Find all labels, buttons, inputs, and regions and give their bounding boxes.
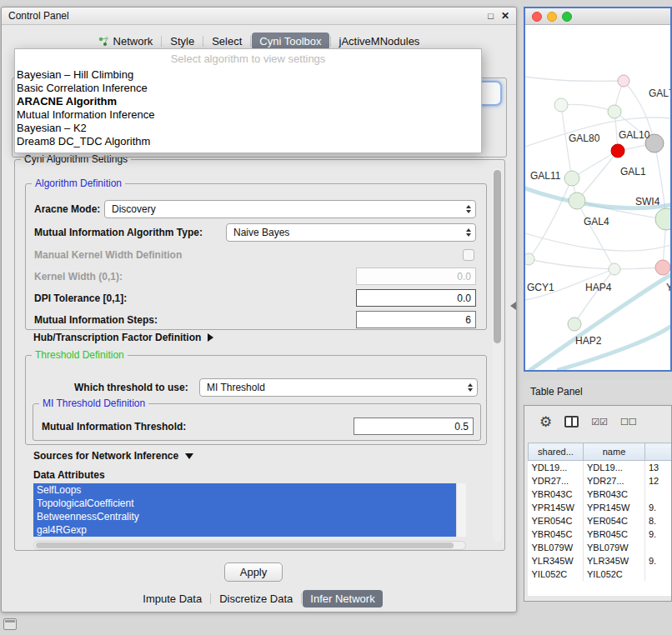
checked-pair-icon[interactable]: ☑☑: [591, 417, 608, 428]
apply-button[interactable]: Apply: [224, 562, 283, 582]
network-node-label: GAL10: [619, 129, 650, 141]
column-header[interactable]: name: [584, 443, 645, 461]
close-traffic-light-icon[interactable]: [532, 12, 542, 22]
minimize-traffic-light-icon[interactable]: [547, 12, 557, 22]
algorithm-option[interactable]: Bayesian – K2: [15, 122, 481, 135]
table-cell: 9.: [645, 528, 672, 541]
kernel-width-value: 0.0: [457, 271, 471, 282]
settings-scrollbar-thumb[interactable]: [494, 170, 501, 343]
attributes-vscrollbar[interactable]: [456, 483, 466, 537]
network-node[interactable]: [525, 253, 534, 265]
unchecked-pair-icon[interactable]: ☐☐: [620, 417, 637, 428]
table-cell: YPR145W: [529, 501, 584, 514]
bottom-tab-impute-data[interactable]: Impute Data: [135, 590, 209, 608]
network-canvas[interactable]: GAL7GAL80GAL10GAL11GAL1SWI4GAL4GCY1HAP4Y…: [525, 25, 670, 370]
mi-steps-field[interactable]: 6: [356, 311, 476, 328]
network-node[interactable]: [611, 144, 624, 158]
network-node[interactable]: [655, 260, 670, 275]
data-attribute-item[interactable]: gal4RGexp: [33, 523, 456, 537]
sources-toggle[interactable]: Sources for Network Inference: [33, 450, 193, 462]
control-panel-window: Control Panel □ ✕ NetworkStyleSelectCyni…: [1, 7, 517, 612]
tab-separator: [210, 593, 211, 604]
tab-label: Infer Network: [310, 592, 374, 605]
network-node-label: GCY1: [527, 282, 554, 293]
tab-label: Network: [113, 35, 153, 48]
bottom-tab-infer-network[interactable]: Infer Network: [303, 590, 382, 608]
table-row[interactable]: YBL079WYBL079W: [529, 541, 672, 554]
network-node-label: SWI4: [635, 196, 660, 208]
table-row[interactable]: YBR045CYBR045C9.: [529, 528, 672, 541]
algorithm-option[interactable]: Basic Correlation Inference: [15, 82, 481, 95]
manual-kernel-checkbox[interactable]: [463, 249, 474, 261]
tab-select[interactable]: Select: [204, 32, 249, 50]
table-row[interactable]: YBR043CYBR043C: [529, 488, 672, 501]
tab-label: Style: [170, 35, 194, 48]
column-layout-icon[interactable]: [564, 416, 579, 428]
algorithm-option[interactable]: Mutual Information Inference: [15, 108, 481, 122]
network-edge: [577, 201, 614, 269]
network-node[interactable]: [655, 208, 670, 230]
mi-type-select[interactable]: Naive Bayes: [226, 223, 476, 242]
mi-type-value: Naive Bayes: [233, 227, 289, 238]
panel-collapse-arrow-icon[interactable]: [510, 302, 516, 310]
data-attribute-item[interactable]: TopologicalCoefficient: [33, 497, 456, 510]
network-node[interactable]: [569, 192, 585, 209]
control-panel-tabs: NetworkStyleSelectCyni ToolboxjActiveMNo…: [2, 32, 516, 50]
settings-scrollbar[interactable]: [493, 168, 502, 542]
column-header[interactable]: shared...: [529, 443, 584, 461]
close-panel-icon[interactable]: ✕: [501, 10, 509, 22]
network-edge: [559, 327, 670, 370]
table-row[interactable]: YDL19...YDL19...13: [529, 461, 672, 474]
network-node[interactable]: [608, 105, 621, 118]
tab-network[interactable]: Network: [91, 32, 161, 50]
table-panel-header: Table Panel: [524, 380, 672, 403]
data-attribute-item[interactable]: BetweennessCentrality: [33, 510, 456, 523]
hub-definition-toggle[interactable]: Hub/Transcription Factor Definition: [33, 332, 213, 343]
attributes-hscrollbar[interactable]: [33, 541, 466, 550]
algorithm-option[interactable]: Bayesian – Hill Climbing: [15, 68, 481, 82]
tab-label: jActiveMNodules: [339, 35, 420, 48]
tab-cyni-toolbox[interactable]: Cyni Toolbox: [252, 32, 328, 50]
tab-jactivemnodules[interactable]: jActiveMNodules: [332, 32, 428, 50]
table-cell: YER054C: [529, 514, 584, 528]
table-cell: 13: [645, 461, 672, 474]
column-header[interactable]: [645, 443, 672, 461]
table-row[interactable]: YER054CYER054C8.: [529, 514, 672, 528]
threshold-definition-title: Threshold Definition: [32, 349, 128, 361]
table-row[interactable]: YDR27...YDR27...12: [529, 474, 672, 488]
table-row[interactable]: YLR345WYLR345W9.: [529, 554, 672, 568]
kernel-width-field[interactable]: 0.0: [356, 268, 476, 285]
tab-style[interactable]: Style: [163, 32, 202, 50]
network-node[interactable]: [618, 75, 629, 87]
table-cell: 12: [645, 474, 672, 488]
collapsed-panel-icon[interactable]: [3, 618, 17, 630]
table-cell: YLR345W: [584, 554, 645, 568]
table-cell: YDR27...: [584, 474, 645, 488]
table-cell: YDL19...: [584, 461, 645, 474]
bottom-tab-discretize-data[interactable]: Discretize Data: [212, 590, 300, 608]
table-cell: YBR043C: [584, 488, 645, 501]
which-threshold-select[interactable]: MI Threshold: [199, 378, 478, 397]
tab-separator: [301, 593, 302, 604]
zoom-traffic-light-icon[interactable]: [562, 12, 572, 22]
control-panel-titlebar: Control Panel □ ✕: [2, 8, 516, 25]
algorithm-option[interactable]: Dream8 DC_TDC Algorithm: [15, 135, 481, 148]
aracne-mode-select[interactable]: Discovery: [104, 200, 476, 218]
data-attributes-list[interactable]: SelfLoopsTopologicalCoefficientBetweenne…: [33, 483, 466, 537]
network-node[interactable]: [554, 98, 568, 112]
float-panel-icon[interactable]: □: [488, 11, 494, 21]
network-icon: [98, 36, 109, 47]
mi-threshold-field[interactable]: 0.5: [354, 418, 474, 435]
attributes-hscrollbar-thumb[interactable]: [36, 542, 454, 548]
network-node[interactable]: [568, 318, 581, 331]
data-attribute-item[interactable]: SelfLoops: [33, 483, 456, 497]
mi-steps-label: Mutual Information Steps:: [34, 314, 158, 326]
network-node[interactable]: [564, 171, 579, 186]
settings-gear-icon[interactable]: ⚙: [539, 415, 552, 429]
algorithm-option[interactable]: ARACNE Algorithm: [15, 95, 481, 108]
dpi-tolerance-field[interactable]: 0.0: [356, 289, 476, 307]
network-node[interactable]: [609, 263, 620, 275]
table-row[interactable]: YPR145WYPR145W9.: [529, 501, 672, 514]
algorithm-definition-group: Algorithm Definition Aracne Mode: Discov…: [25, 183, 487, 330]
table-row[interactable]: YIL052CYIL052C: [529, 568, 672, 581]
